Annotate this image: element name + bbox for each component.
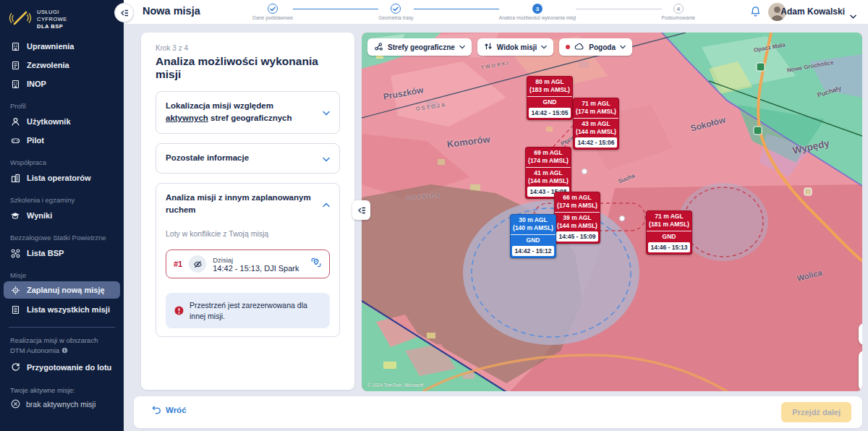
accordion-header[interactable]: Analiza misji z innym zaplanowanym ruche… (166, 192, 330, 217)
sidebar-section-label: Szkolenia i egzaminy (10, 196, 114, 204)
zoom-controls: + − (859, 351, 862, 391)
pilot-icon (10, 135, 20, 145)
sidebar-item-użytkownik[interactable]: Użytkownik (0, 112, 124, 131)
sidebar-section-label: Współpraca (10, 158, 114, 166)
step-check-icon (268, 4, 278, 14)
space-reserved-notice: Przestrzeń jest zarezerwowana dla innej … (166, 293, 330, 328)
sidebar-section-label: Misje (10, 271, 114, 279)
accordion-label: Analiza misji z innym zaplanowanym ruche… (166, 192, 317, 217)
map-toolbar-pogoda[interactable]: Pogoda (559, 38, 632, 56)
accordion-other-info[interactable]: Pozostałe informacje (156, 143, 340, 174)
document-icon (10, 60, 20, 70)
sidebar-item-wyniki[interactable]: Wyniki (0, 206, 124, 225)
sidebar-item-lista-bsp[interactable]: Lista BSP (0, 244, 124, 263)
map-toolbar-label: Widok misji (497, 43, 537, 51)
sidebar-item-label: Zezwolenia (27, 61, 69, 69)
stepper-step-label: Analiza możliwości wykonania misji (499, 15, 576, 20)
weather-icon (574, 43, 584, 52)
panel-title: Analiza możliwości wykonania misji (156, 55, 340, 81)
map-toolbar-label: Pogoda (589, 43, 616, 51)
conflict-details: 14:42 - 15:13, DJI Spark (213, 264, 304, 273)
chevron-down-icon (323, 106, 330, 119)
sidebar-item-pilot[interactable]: Pilot (0, 131, 124, 150)
step-check-icon (391, 4, 401, 14)
conflicts-heading: Loty w konflikcie z Twoją misją (166, 229, 330, 238)
conflict-id: #1 (174, 260, 182, 268)
stepper-step-2: Geometria trasy (378, 4, 413, 20)
notifications-bell-icon[interactable] (750, 6, 761, 20)
collapse-sidebar-button[interactable] (114, 3, 134, 22)
zoom-in-button[interactable]: + (859, 351, 862, 371)
conflict-day: Dzisiaj (213, 256, 304, 264)
chevron-up-icon (323, 197, 330, 210)
sidebar-item-label: Lista BSP (27, 249, 64, 257)
sidebar-item-inop[interactable]: INOP (0, 74, 124, 93)
locate-button[interactable] (859, 323, 862, 345)
map-base-layer (362, 33, 862, 391)
collapse-panel-button[interactable] (352, 200, 370, 220)
weather-alert-dot (566, 45, 570, 49)
info-icon (61, 347, 68, 354)
chevron-down-icon (541, 45, 547, 49)
page-title: Nowa misja (142, 5, 200, 17)
map-toolbar-widok-misji[interactable]: Widok misji (477, 38, 553, 56)
sidebar-section-label: Bezzałogowe Statki Powietrzne (10, 234, 114, 242)
sidebar-item-przygotowanie-do-lotu[interactable]: Przygotowanie do lotu (0, 358, 124, 377)
chevron-down-icon (620, 45, 626, 49)
sidebar-item-label: Lista wszystkich misji (27, 305, 110, 314)
active-missions-label: Twoje aktywne misje: (10, 386, 114, 394)
stepper-step-label: Dane podstawowe (252, 15, 293, 20)
chevron-down-icon[interactable] (850, 9, 856, 22)
sidebar-section-label: Profil (10, 102, 114, 110)
building-icon (10, 79, 20, 89)
chevron-down-icon (323, 152, 330, 165)
stepper-step-3: 3Analiza możliwości wykonania misji (499, 4, 576, 20)
sidebar-item-uprawnienia[interactable]: Uprawnienia (0, 37, 124, 56)
stepper-connector (576, 9, 661, 10)
sidebar-item-label: Zaplanuj nową misję (27, 286, 105, 294)
chevron-down-icon (459, 45, 465, 49)
graduation-icon (10, 210, 20, 221)
target-icon (10, 285, 20, 295)
user-menu[interactable]: Adam Kowalski (780, 7, 845, 17)
top-header: Nowa misja Dane podstawoweGeometria tras… (124, 0, 868, 25)
show-on-map-icon[interactable] (310, 257, 322, 271)
stepper-step-label: Podsumowanie (662, 15, 695, 20)
stepper-connector (293, 9, 378, 10)
back-button[interactable]: Wróć (152, 406, 187, 414)
sidebar-item-lista-operatorów[interactable]: Lista operatorów (0, 168, 124, 187)
map-toolbar-strefy-geograficzne[interactable]: Strefy geograficzne (367, 38, 472, 56)
operators-icon (10, 173, 20, 183)
none-icon (10, 399, 20, 409)
propeller-logo-icon (9, 7, 32, 33)
route-icon (484, 42, 493, 52)
sidebar-item-label: Lista operatorów (27, 174, 91, 182)
accordion-label: Lokalizacja misji względem aktywnych str… (166, 100, 317, 125)
next-button[interactable]: Przejdź dalej (781, 402, 851, 422)
conflict-info: Dzisiaj14:42 - 15:13, DJI Spark (213, 256, 304, 273)
conflict-flight-row[interactable]: #1Dzisiaj14:42 - 15:13, DJI Spark (166, 249, 330, 278)
logo-text: USŁUGI CYFROWE DLA BSP (37, 9, 67, 30)
list-icon (10, 304, 20, 315)
map-canvas[interactable]: PruszkówOSTOJATWORKIKomorówGRANICAPęcice… (362, 33, 862, 391)
wizard-stepper: Dane podstawoweGeometria trasy3Analiza m… (252, 4, 695, 20)
step-number: 3 (532, 4, 542, 14)
alert-icon (174, 306, 184, 315)
accordion-label: Pozostałe informacje (166, 152, 317, 164)
accordion-location-zones[interactable]: Lokalizacja misji względem aktywnych str… (156, 91, 340, 134)
sidebar-item-zezwolenia[interactable]: Zezwolenia (0, 56, 124, 74)
stepper-step-label: Geometria trasy (378, 15, 413, 20)
dtm-section-label: Realizacja misji w obszarach DTM Autonom… (10, 336, 111, 356)
sidebar-item-label: Przygotowanie do lotu (27, 363, 111, 372)
sidebar-item-zaplanuj-nową-misję[interactable]: Zaplanuj nową misję (4, 281, 120, 299)
analysis-panel: Krok 3 z 4 Analiza możliwości wykonania … (141, 33, 354, 390)
sidebar-item-label: Uprawnienia (27, 42, 74, 51)
sidebar-divider (9, 327, 115, 328)
footer-bar: Wróć Przejdź dalej (134, 396, 862, 428)
sidebar-item-lista-wszystkich-misji[interactable]: Lista wszystkich misji (0, 300, 124, 319)
stepper-connector (414, 9, 499, 10)
app-logo: USŁUGI CYFROWE DLA BSP (0, 0, 124, 37)
permissions-icon (10, 41, 20, 51)
sidebar: USŁUGI CYFROWE DLA BSP UprawnieniaZezwol… (0, 0, 124, 431)
accordion-traffic-analysis: Analiza misji z innym zaplanowanym ruche… (156, 183, 340, 338)
